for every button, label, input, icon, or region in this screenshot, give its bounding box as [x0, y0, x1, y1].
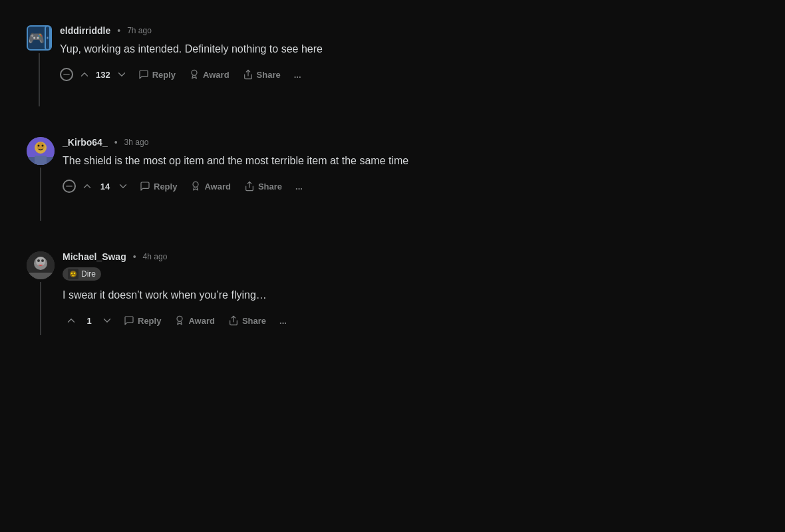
vote-section: 1 [63, 312, 116, 329]
reply-button[interactable]: Reply [118, 311, 166, 330]
avatar [27, 25, 52, 51]
svg-point-4 [48, 37, 49, 38]
vote-section: 14 [78, 178, 132, 195]
comment-item: Michael_Swag • 4h ago Dire I swear it do… [27, 239, 758, 340]
award-button[interactable]: Award [184, 65, 235, 84]
svg-rect-14 [35, 156, 47, 165]
svg-point-6 [192, 70, 197, 75]
more-button[interactable]: ... [289, 66, 307, 84]
svg-point-12 [42, 145, 44, 147]
reply-label: Reply [138, 316, 161, 326]
downvote-button[interactable] [113, 66, 130, 83]
svg-rect-23 [27, 273, 55, 279]
svg-point-20 [36, 257, 45, 266]
more-button[interactable]: ... [290, 178, 308, 196]
svg-point-26 [71, 273, 73, 274]
comment-text: Yup, working as intended. Definitely not… [60, 41, 758, 57]
avatar [27, 137, 55, 165]
share-label: Share [242, 316, 266, 326]
comment-actions: 14 Reply Award Share [63, 177, 758, 196]
award-button[interactable]: Award [185, 177, 236, 196]
comment-header: Michael_Swag • 4h ago [63, 251, 758, 262]
divider [27, 226, 758, 239]
avatar [27, 251, 55, 279]
award-label: Award [204, 182, 231, 192]
share-button[interactable]: Share [239, 177, 287, 196]
reply-label: Reply [152, 70, 176, 80]
vote-count: 132 [96, 70, 110, 80]
timestamp: 7h ago [127, 26, 152, 35]
divider [27, 112, 758, 125]
flair-icon [68, 269, 78, 279]
svg-point-22 [41, 259, 44, 262]
reply-label: Reply [154, 182, 177, 192]
comment-header: _Kirbo64_ • 3h ago [63, 137, 758, 148]
svg-point-21 [37, 259, 40, 262]
comment-body: elddirriddle • 7h ago Yup, working as in… [60, 25, 758, 106]
upvote-button[interactable] [78, 178, 96, 195]
comment-item: elddirriddle • 7h ago Yup, working as in… [27, 13, 758, 112]
comment-actions: 132 Reply Award Share [60, 65, 758, 84]
more-label: ... [279, 316, 287, 326]
collapse-button[interactable] [63, 180, 76, 193]
award-label: Award [188, 316, 215, 326]
share-button[interactable]: Share [237, 65, 286, 84]
share-label: Share [257, 70, 281, 80]
svg-point-27 [74, 273, 75, 274]
timestamp: 4h ago [143, 252, 168, 261]
comment-header: elddirriddle • 7h ago [60, 25, 758, 36]
comment-item: _Kirbo64_ • 3h ago The shield is the mos… [27, 125, 758, 226]
reply-button[interactable]: Reply [134, 177, 182, 196]
comments-list: elddirriddle • 7h ago Yup, working as in… [27, 13, 758, 340]
collapse-button[interactable] [60, 68, 73, 81]
more-button[interactable]: ... [274, 312, 292, 330]
award-button[interactable]: Award [169, 311, 220, 330]
flair-text: Dire [81, 269, 96, 279]
vote-count: 1 [82, 316, 96, 326]
comment-actions: 1 Reply Award Share [63, 311, 758, 330]
svg-point-28 [177, 316, 182, 321]
username: _Kirbo64_ [63, 137, 108, 148]
username: elddirriddle [60, 25, 110, 36]
svg-point-10 [37, 142, 45, 150]
vote-count: 14 [98, 182, 112, 192]
downvote-button[interactable] [114, 178, 132, 195]
comment-text: I swear it doesn’t work when you’re flyi… [63, 287, 758, 303]
upvote-button[interactable] [63, 312, 80, 329]
comment-body: Michael_Swag • 4h ago Dire I swear it do… [63, 251, 758, 335]
award-label: Award [203, 70, 230, 80]
username: Michael_Swag [63, 251, 126, 262]
vote-section: 132 [76, 66, 130, 83]
svg-point-3 [47, 37, 48, 38]
more-label: ... [295, 182, 303, 192]
svg-point-11 [38, 145, 40, 147]
downvote-button[interactable] [98, 312, 116, 329]
comment-text: The shield is the most op item and the m… [63, 153, 758, 169]
reply-button[interactable]: Reply [133, 65, 181, 84]
share-label: Share [258, 182, 282, 192]
svg-point-16 [193, 182, 198, 187]
share-button[interactable]: Share [223, 311, 271, 330]
timestamp: 3h ago [124, 138, 149, 147]
upvote-button[interactable] [76, 66, 93, 83]
flair-badge: Dire [63, 267, 101, 281]
more-label: ... [294, 70, 301, 80]
comment-body: _Kirbo64_ • 3h ago The shield is the mos… [63, 137, 758, 221]
